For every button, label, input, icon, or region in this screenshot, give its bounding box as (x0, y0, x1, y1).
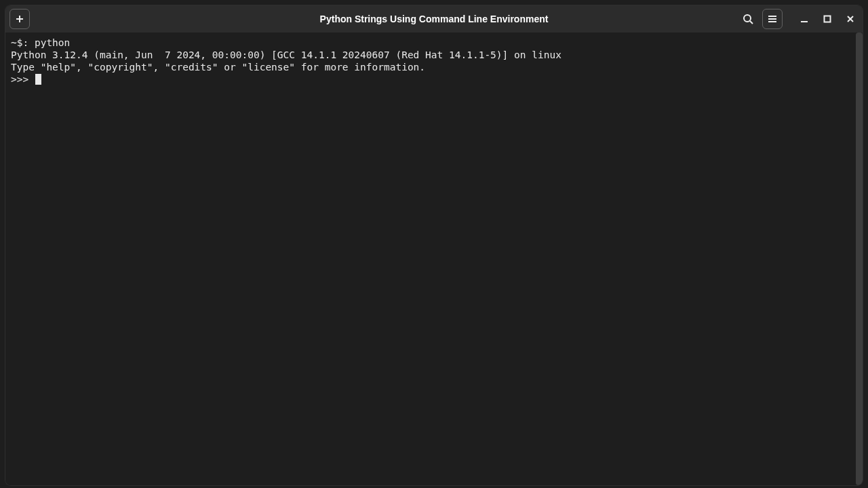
new-tab-icon (14, 14, 25, 24)
titlebar: Python Strings Using Command Line Enviro… (5, 5, 863, 33)
titlebar-left (9, 9, 30, 29)
terminal-line: Type "help", "copyright", "credits" or "… (11, 61, 857, 73)
window-title: Python Strings Using Command Line Enviro… (320, 14, 549, 24)
close-icon (846, 15, 854, 23)
close-button[interactable] (842, 11, 859, 27)
window-controls (796, 11, 859, 27)
scrollbar[interactable] (856, 33, 863, 485)
cursor (35, 74, 41, 85)
terminal-line: ~$: python (11, 37, 857, 49)
search-button[interactable] (738, 9, 758, 29)
titlebar-center: Python Strings Using Command Line Enviro… (5, 13, 863, 25)
svg-point-2 (744, 15, 751, 22)
new-tab-button[interactable] (9, 9, 30, 29)
svg-rect-8 (825, 16, 831, 22)
maximize-button[interactable] (819, 11, 835, 27)
terminal-body[interactable]: ~$: python Python 3.12.4 (main, Jun 7 20… (5, 33, 863, 485)
minimize-icon (800, 15, 808, 23)
svg-line-3 (750, 21, 753, 24)
terminal-window: Python Strings Using Command Line Enviro… (5, 5, 863, 485)
terminal-line: Python 3.12.4 (main, Jun 7 2024, 00:00:0… (11, 49, 857, 61)
search-icon (743, 14, 753, 24)
maximize-icon (823, 15, 831, 23)
hamburger-menu-icon (767, 14, 778, 24)
terminal-prompt-line: >>> (11, 73, 857, 85)
titlebar-right (738, 9, 859, 29)
menu-button[interactable] (762, 9, 783, 29)
python-prompt: >>> (11, 74, 35, 85)
minimize-button[interactable] (796, 11, 812, 27)
